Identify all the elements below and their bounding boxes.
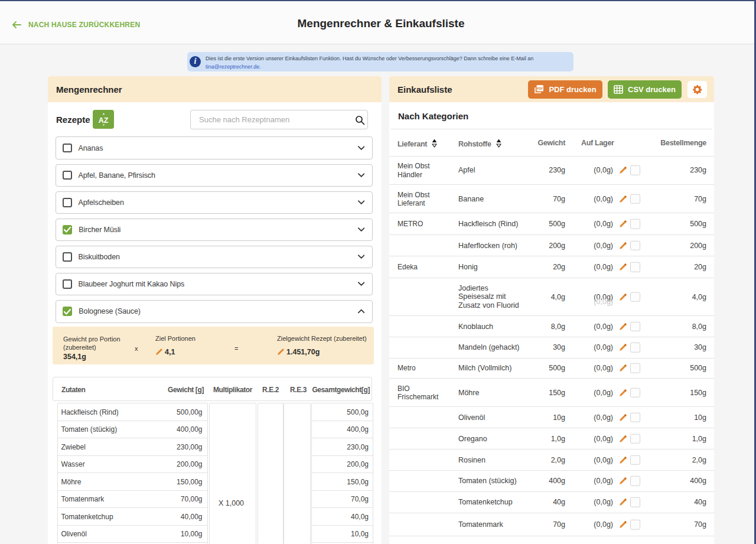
svg-text:PDF: PDF	[537, 87, 543, 90]
svg-text:AZ: AZ	[99, 116, 109, 125]
